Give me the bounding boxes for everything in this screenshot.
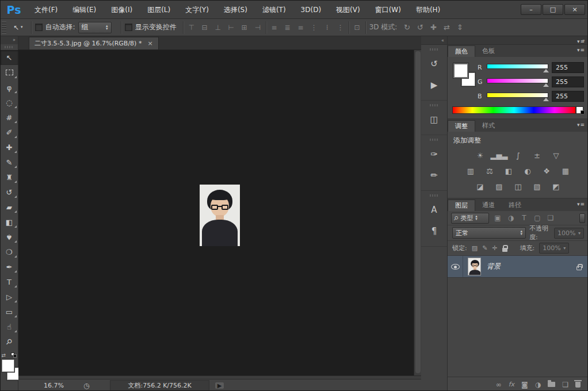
align-right-edges-icon[interactable]: ⊣ (253, 24, 262, 32)
photo-filter-icon[interactable]: ◐ (521, 166, 534, 177)
menu-layer[interactable]: 图层(L) (140, 1, 178, 19)
black-white-icon[interactable]: ◧ (502, 166, 516, 177)
vibrance-icon[interactable]: ▽ (549, 150, 563, 161)
blend-mode-dropdown[interactable]: 正常 ▴ ▾ (452, 227, 526, 239)
brush-tool[interactable]: ✎ (1, 155, 18, 170)
menu-window[interactable]: 窗口(W) (368, 1, 408, 19)
move-tool[interactable]: ↖ (1, 50, 18, 65)
close-button[interactable]: × (564, 4, 585, 15)
panels-collapse-button[interactable]: » (448, 36, 588, 45)
minimize-button[interactable]: – (521, 4, 541, 15)
layers-panel-menu-icon[interactable]: ▾≡ (577, 201, 585, 207)
link-layers-icon[interactable]: ∞ (496, 381, 502, 389)
document-tab[interactable]: 二寸3.5-5.3.jpg @ 16.7%(RGB/8) * × (29, 37, 159, 49)
layer-style-icon[interactable]: fx (509, 381, 514, 388)
slider-thumb-icon[interactable] (543, 83, 549, 87)
threshold-icon[interactable]: ◫ (511, 181, 525, 192)
color-lookup-icon[interactable]: ▦ (559, 166, 572, 177)
curves-icon[interactable]: ∫ (511, 150, 525, 161)
hand-tool[interactable]: ☝ (1, 319, 18, 334)
dock-expand-button[interactable]: « (421, 36, 447, 45)
filter-smart-objects-icon[interactable]: ❏ (545, 214, 556, 222)
zoom-level-field[interactable]: 16.7% (44, 382, 64, 389)
filter-pixel-layers-icon[interactable]: ▣ (492, 214, 503, 222)
color-panel-menu-icon[interactable]: ▾≡ (577, 39, 585, 44)
add-layer-mask-icon[interactable]: ◙ (521, 381, 528, 389)
actions-panel-icon[interactable]: ▶ (425, 75, 444, 95)
distribute-right-edges-icon[interactable]: ⋮ (336, 24, 345, 32)
layer-filter-toggle[interactable] (579, 213, 585, 223)
menu-3d[interactable]: 3D(D) (293, 1, 329, 19)
selective-color-icon[interactable]: ◩ (549, 181, 563, 192)
menu-image[interactable]: 图像(I) (104, 1, 140, 19)
brush-panel-icon[interactable]: ✑ (425, 144, 444, 164)
color-spectrum-ramp[interactable] (452, 106, 576, 114)
color-balance-icon[interactable]: ⚖ (483, 166, 497, 177)
history-panel-icon[interactable]: ↺ (425, 54, 444, 74)
properties-panel-icon[interactable]: ◫ (425, 110, 444, 129)
quick-selection-tool[interactable]: ◌ (1, 95, 18, 110)
align-horizontal-centers-icon[interactable]: ⊞ (240, 24, 249, 32)
tools-collapse-button[interactable]: » (1, 36, 18, 44)
channel-mixer-icon[interactable]: ❖ (540, 166, 553, 177)
new-group-icon[interactable] (548, 382, 555, 387)
menu-filter[interactable]: 滤镜(T) (255, 1, 293, 19)
auto-select-target-dropdown[interactable]: 组 ▴ ▾ (78, 22, 112, 33)
rectangular-marquee-tool[interactable] (1, 65, 18, 80)
rectangle-tool[interactable]: ▭ (1, 304, 18, 319)
tab-swatches[interactable]: 色板 (475, 45, 502, 57)
distribute-bottom-edges-icon[interactable]: ≡ (296, 24, 306, 32)
opacity-dropdown[interactable]: 100% ▾ (554, 228, 584, 239)
tools-grip[interactable] (5, 46, 14, 48)
tab-channels[interactable]: 通道 (475, 200, 502, 211)
eraser-tool[interactable]: ▰ (1, 200, 18, 214)
layer-filter-type-dropdown[interactable]: ⚲ 类型 ▴ ▾ (451, 213, 489, 224)
lock-all-icon[interactable] (502, 248, 507, 252)
layer-name[interactable]: 背景 (487, 262, 576, 271)
slider-thumb-icon[interactable] (543, 98, 549, 101)
align-top-edges-icon[interactable]: ⊤ (187, 24, 196, 32)
channel-value-field[interactable]: 255 (552, 62, 584, 73)
channel-slider[interactable] (487, 78, 548, 83)
brush-presets-panel-icon[interactable]: ✏ (425, 166, 444, 185)
tab-close-icon[interactable]: × (147, 40, 152, 47)
show-transform-checkbox[interactable] (125, 24, 132, 31)
options-grip[interactable] (2, 21, 6, 34)
3d-scale-icon[interactable]: ⇕ (455, 23, 464, 32)
fill-dropdown[interactable]: 100% ▾ (539, 243, 569, 254)
canvas[interactable] (18, 50, 414, 375)
tab-styles[interactable]: 样式 (475, 120, 502, 132)
brightness-contrast-icon[interactable]: ☀ (474, 150, 487, 161)
tab-adjustments[interactable]: 调整 (448, 120, 475, 132)
slider-thumb-icon[interactable] (543, 69, 549, 72)
path-selection-tool[interactable]: ▷ (1, 289, 18, 304)
foreground-color-swatch[interactable] (2, 359, 14, 372)
pen-tool[interactable]: ✒ (1, 259, 18, 274)
auto-select-checkbox[interactable] (35, 24, 43, 31)
filter-adjustment-layers-icon[interactable]: ◑ (506, 214, 516, 222)
menu-help[interactable]: 帮助(H) (408, 1, 448, 19)
align-vertical-centers-icon[interactable]: ⊟ (200, 24, 209, 32)
swap-colors-icon[interactable]: ⇄ (2, 352, 6, 358)
tab-paths[interactable]: 路径 (502, 200, 528, 211)
dodge-tool[interactable]: ❍ (1, 244, 18, 259)
filter-shape-layers-icon[interactable]: ▢ (532, 214, 543, 222)
exposure-icon[interactable]: ± (530, 150, 544, 161)
align-left-edges-icon[interactable]: ⊢ (227, 24, 236, 32)
align-bottom-edges-icon[interactable]: ⊥ (213, 24, 223, 32)
maximize-button[interactable]: □ (543, 4, 563, 15)
gradient-tool[interactable]: ◧ (1, 214, 18, 229)
zoom-tool[interactable]: ⚲ (1, 334, 18, 349)
eyedropper-tool[interactable]: ✐ (1, 125, 18, 140)
invert-icon[interactable]: ◪ (474, 181, 487, 192)
lasso-tool[interactable]: φ (1, 80, 18, 95)
menu-edit[interactable]: 编辑(E) (65, 1, 104, 19)
menu-type[interactable]: 文字(Y) (178, 1, 216, 19)
3d-slide-icon[interactable]: ⇄ (442, 23, 451, 32)
current-tool-indicator[interactable]: ↖ ▾ (9, 24, 28, 32)
lock-transparent-pixels-icon[interactable]: ▨ (472, 244, 478, 252)
clone-stamp-tool[interactable]: ♜ (1, 170, 18, 185)
auto-align-layers-icon[interactable]: ⊡ (353, 24, 362, 32)
3d-rotate-icon[interactable]: ↻ (402, 23, 411, 32)
blur-tool[interactable]: ♠ (1, 229, 18, 244)
